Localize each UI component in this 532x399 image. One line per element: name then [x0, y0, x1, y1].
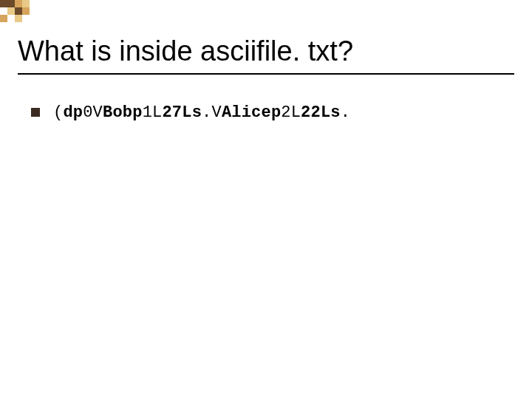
content-area: (dp0VBobp1L27Ls.VAlicep2L22Ls. — [31, 103, 514, 122]
svg-rect-6 — [0, 15, 7, 22]
svg-rect-2 — [22, 0, 30, 7]
svg-rect-7 — [15, 15, 22, 22]
svg-rect-1 — [15, 0, 22, 7]
logo-icon — [0, 0, 59, 30]
page-title: What is inside asciifile. txt? — [18, 35, 514, 72]
svg-rect-0 — [0, 0, 15, 7]
code-text: (dp0VBobp1L27Ls.VAlicep2L22Ls. — [53, 103, 350, 122]
square-bullet-icon — [31, 108, 40, 117]
svg-rect-4 — [15, 7, 22, 15]
svg-rect-3 — [7, 7, 15, 15]
title-area: What is inside asciifile. txt? — [18, 35, 514, 75]
list-item: (dp0VBobp1L27Ls.VAlicep2L22Ls. — [31, 103, 514, 122]
svg-rect-5 — [22, 7, 30, 15]
logo-graphic — [0, 0, 59, 30]
title-underline — [18, 73, 514, 75]
